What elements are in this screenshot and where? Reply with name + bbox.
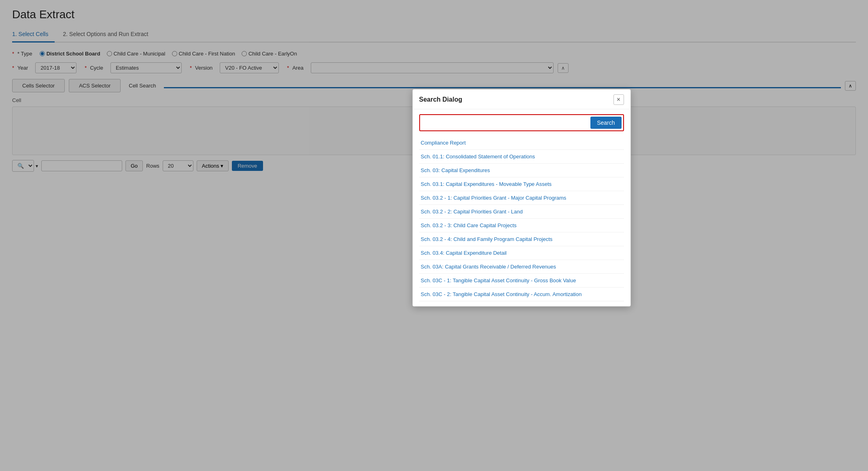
dialog-body: Search Compliance ReportSch. 01.1: Conso…	[413, 109, 630, 306]
dialog-search-input[interactable]	[422, 117, 591, 128]
dialog-results: Compliance ReportSch. 01.1: Consolidated…	[419, 136, 624, 301]
result-item[interactable]: Sch. 03A: Capital Grants Receivable / De…	[419, 260, 624, 274]
result-item[interactable]: Sch. 01.1: Consolidated Statement of Ope…	[419, 150, 624, 164]
search-dialog: Search Dialog × Search Compliance Report…	[412, 89, 631, 307]
result-item[interactable]: Compliance Report	[419, 136, 624, 150]
result-item[interactable]: Sch. 03C - 2: Tangible Capital Asset Con…	[419, 288, 624, 301]
result-item[interactable]: Sch. 03.2 - 1: Capital Priorities Grant …	[419, 191, 624, 205]
dialog-close-button[interactable]: ×	[613, 94, 624, 105]
result-item[interactable]: Sch. 03.4: Capital Expenditure Detail	[419, 246, 624, 260]
result-item[interactable]: Sch. 03.1: Capital Expenditures - Moveab…	[419, 177, 624, 191]
dialog-title: Search Dialog	[419, 96, 463, 103]
result-item[interactable]: Sch. 03.2 - 3: Child Care Capital Projec…	[419, 219, 624, 232]
result-item[interactable]: Sch. 03.2 - 4: Child and Family Program …	[419, 232, 624, 246]
result-item[interactable]: Sch. 03: Capital Expenditures	[419, 164, 624, 177]
result-item[interactable]: Sch. 03.2 - 2: Capital Priorities Grant …	[419, 205, 624, 219]
dialog-search-button[interactable]: Search	[590, 117, 621, 129]
dialog-header: Search Dialog ×	[413, 90, 630, 109]
result-item[interactable]: Sch. 03C - 1: Tangible Capital Asset Con…	[419, 274, 624, 288]
search-box-highlighted: Search	[419, 114, 624, 131]
